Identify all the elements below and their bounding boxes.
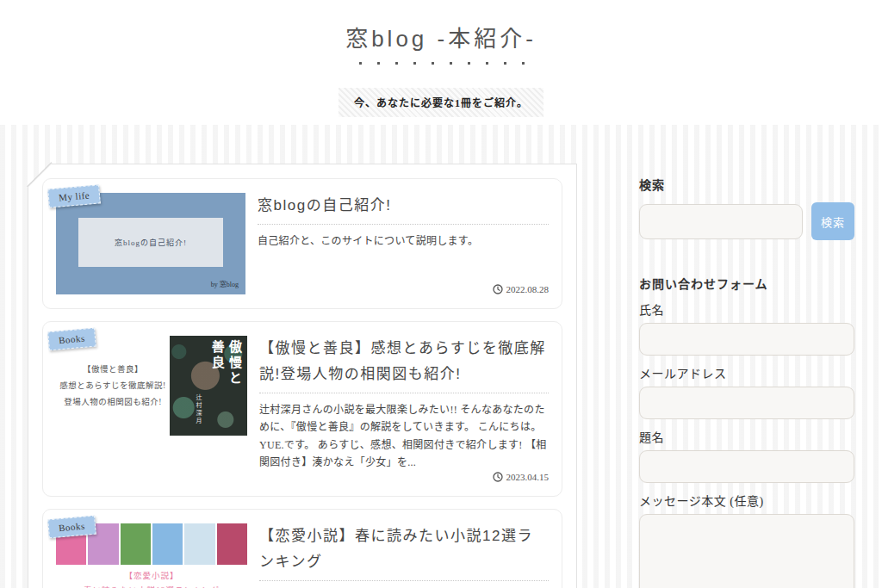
post-title-link[interactable]: 【傲慢と善良】感想とあらすじを徹底解説!登場人物の相関図も紹介! [259,336,549,393]
contact-form: お問い合わせフォーム 氏名 メールアドレス 題名 メッセージ本文 (任意) [639,275,854,588]
site-tagline: 今、あなたに必要な1冊をご紹介。 [339,88,543,117]
clock-icon [493,472,503,482]
email-label: メールアドレス [639,364,854,381]
thumbnail-caption: 【恋愛小説】 春に読みたい小説12選ランキング [56,565,247,588]
post-thumbnail[interactable]: Books 【傲慢と善良】 感想とあらすじを徹底解説! 登場人物の相関図も紹介!… [56,336,247,436]
post-title-link[interactable]: 【恋愛小説】春に読みたい小説12選ランキング [259,523,549,581]
post-date-text: 2023.04.15 [506,472,550,482]
book-cover-author: 辻村深月 [194,394,202,429]
thumbnail-caption-box: 窓blogの自己紹介! [78,218,223,267]
book-cover-title: 傲慢と善良 [208,340,244,393]
message-field[interactable] [639,514,854,588]
message-label: メッセージ本文 (任意) [639,492,854,509]
email-field[interactable] [639,387,854,419]
post-title-link[interactable]: 窓blogの自己紹介! [258,193,549,225]
post-list-column: My life 窓blogの自己紹介! by 窓blog 窓blogの自己紹介!… [28,164,577,588]
post-card[interactable]: My life 窓blogの自己紹介! by 窓blog 窓blogの自己紹介!… [42,178,562,309]
search-heading: 検索 [639,176,854,193]
post-card[interactable]: Books 【傲慢と善良】 感想とあらすじを徹底解説! 登場人物の相関図も紹介!… [42,321,562,497]
search-input[interactable] [639,204,803,239]
post-list: My life 窓blogの自己紹介! by 窓blog 窓blogの自己紹介!… [28,164,577,588]
subject-label: 題名 [639,428,854,445]
category-tag[interactable]: My life [47,184,101,207]
post-excerpt: 自己紹介と、このサイトについて説明します。 [258,232,549,251]
contact-form-heading: お問い合わせフォーム [639,275,854,292]
search-widget: 検索 検索 [639,176,854,240]
name-label: 氏名 [639,300,854,318]
post-excerpt: 辻村深月さんの小説を最大限楽しみたい!! そんなあなたのために、『傲慢と善良』の… [259,401,549,473]
thumbnail-caption: 【傲慢と善良】 感想とあらすじを徹底解説! 登場人物の相関図も紹介! [56,362,170,411]
book-cover-image: 傲慢と善良 辻村深月 [170,336,247,436]
mini-book-cover [217,523,247,565]
post-date: 2023.04.15 [493,472,550,482]
sidebar: 検索 検索 お問い合わせフォーム 氏名 メールアドレス 題名 メッセージ本文 (… [639,164,854,588]
clock-icon [493,284,503,294]
name-field[interactable] [639,323,854,356]
thumbnail-byline: by 窓blog [211,279,239,288]
category-tag[interactable]: Books [47,328,96,351]
post-date: 2022.08.28 [493,284,550,294]
site-title: 窓blog -本紹介- [0,21,882,53]
search-button[interactable]: 検索 [811,202,854,240]
subject-field[interactable] [639,450,854,483]
post-thumbnail[interactable]: My life 窓blogの自己紹介! by 窓blog [56,193,245,294]
mini-book-cover [184,523,214,565]
title-dots-decoration [350,60,532,65]
post-date-text: 2022.08.28 [506,284,550,294]
post-thumbnail[interactable]: Books 【恋愛小説】 春に読みたい小説12選ランキング [56,523,247,588]
site-header: 窓blog -本紹介- 今、あなたに必要な1冊をご紹介。 [0,0,882,117]
post-card[interactable]: Books 【恋愛小説】 春に読みたい小説12選ランキング 【恋愛小説】春に読み… [42,509,562,588]
mini-book-cover [152,523,183,565]
mini-book-cover [121,523,151,565]
